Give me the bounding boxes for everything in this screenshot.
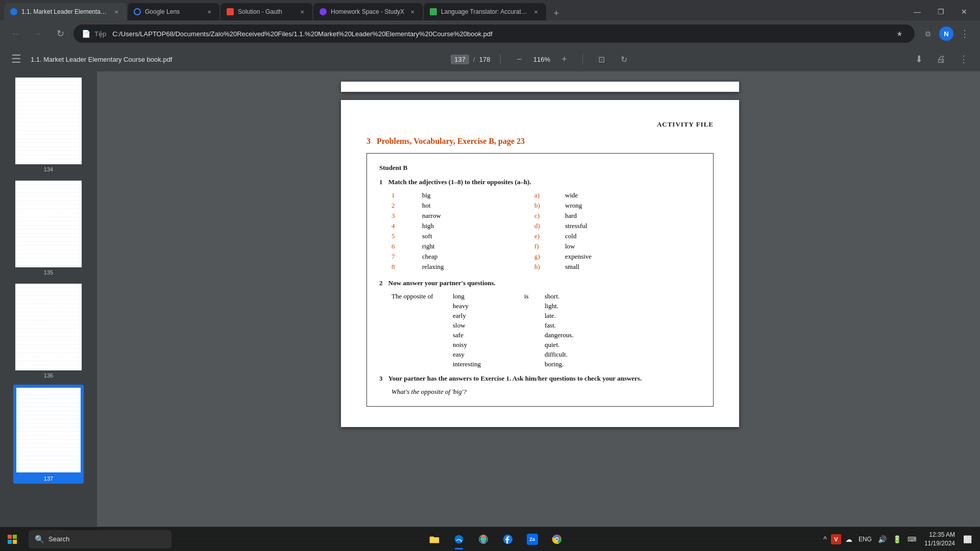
profile-button[interactable]: N (939, 27, 953, 41)
file-explorer-icon (429, 534, 440, 545)
fit-page-button[interactable]: ⊡ (593, 51, 609, 67)
ex3-instruction: Your partner has the answers to Exercise… (388, 374, 642, 382)
thumbnail-135[interactable]: 135 (13, 179, 84, 278)
browser-frame: 1.1. Market Leader Elementary ... ✕ Goog… (0, 0, 980, 551)
ex1-num: 1 (379, 178, 383, 186)
tab-1[interactable]: 1.1. Market Leader Elementary ... ✕ (4, 3, 127, 20)
tray-notifications-icon[interactable]: ⬜ (961, 533, 974, 545)
rotate-button[interactable]: ↻ (616, 51, 632, 67)
tab-1-close[interactable]: ✕ (112, 8, 120, 16)
ex2-instruction: Now answer your partner's questions. (388, 279, 496, 287)
back-button[interactable]: ← (6, 24, 24, 43)
pdf-page-input[interactable]: 137 (451, 55, 469, 64)
taskbar: 🔍 Search (0, 527, 980, 551)
pdf-menu-button[interactable]: ☰ (8, 51, 24, 67)
refresh-button[interactable]: ↻ (51, 24, 69, 43)
address-text: C:/Users/LAPTOP68/Documents/Zalo%20Recei… (112, 30, 888, 38)
tab-5-close[interactable]: ✕ (532, 8, 540, 16)
close-button[interactable]: ✕ (952, 3, 976, 20)
taskbar-edge[interactable] (448, 528, 470, 550)
pdf-print-button[interactable]: 🖨 (933, 51, 949, 67)
extensions-button[interactable]: ⧉ (919, 24, 937, 43)
vocab-ans-g: expensive (565, 253, 647, 261)
taskbar-search-box[interactable]: 🔍 Search (29, 530, 172, 548)
zalo-icon: Za (527, 534, 538, 545)
pdf-download-button[interactable]: ⬇ (911, 51, 927, 67)
svg-rect-2 (8, 540, 12, 544)
tab-4-favicon (320, 8, 327, 15)
vocab-letter-a: a) (534, 191, 565, 199)
minimize-button[interactable]: — (905, 3, 929, 20)
taskbar-zalo[interactable]: Za (521, 528, 544, 550)
vocab-word-7: cheap (422, 253, 504, 261)
opp-ans-fast: fast. (545, 321, 606, 330)
vocab-ans-a: wide (565, 191, 647, 199)
tray-lang-label[interactable]: ENG (856, 534, 874, 545)
tray-cloud-icon[interactable]: ☁ (843, 533, 854, 545)
opp-ans-difficult: difficult. (545, 350, 606, 359)
tab-5[interactable]: Language Translator: Accurate ... ✕ (424, 3, 546, 20)
bookmark-button[interactable]: ★ (892, 27, 906, 41)
exercise-2: 2 Now answer your partner's questions. T… (379, 279, 701, 368)
taskbar-colorful-app[interactable] (472, 528, 495, 550)
search-icon: 🔍 (35, 535, 44, 544)
tray-antivirus-icon[interactable]: V (831, 534, 841, 544)
student-b-label: Student B (379, 164, 701, 172)
vocab-num-5: 5 (391, 232, 422, 240)
thumbnail-137[interactable]: 137 (13, 385, 84, 484)
taskbar-clock[interactable]: 12:35 AM 11/19/2024 (920, 529, 959, 550)
tab-3-favicon (227, 8, 234, 15)
thumbnail-136-image (15, 284, 82, 370)
vocab-letter-g: g) (534, 253, 565, 261)
maximize-button[interactable]: ❐ (929, 3, 952, 20)
opp-word-slow: slow (453, 321, 524, 330)
more-button[interactable]: ⋮ (955, 24, 974, 43)
opp-prefix-2 (391, 302, 453, 310)
opp-prefix-3 (391, 312, 453, 320)
vocab-num-8: 8 (391, 263, 422, 271)
tab-2-close[interactable]: ✕ (205, 8, 213, 16)
start-button[interactable] (0, 527, 24, 552)
opp-prefix-5 (391, 331, 453, 339)
vocab-letter-b: b) (534, 202, 565, 210)
opp-row-noisy: noisy quiet. (391, 341, 701, 349)
vocab-word-6: right (422, 242, 504, 251)
vocab-word-4: high (422, 222, 504, 230)
svg-rect-0 (8, 535, 12, 539)
taskbar-facebook[interactable] (497, 528, 519, 550)
zoom-out-button[interactable]: − (511, 51, 527, 67)
windows-logo-icon (8, 535, 17, 544)
tab-1-title: 1.1. Market Leader Elementary ... (21, 8, 108, 15)
address-prefix: Tệp (94, 30, 106, 38)
vocab-ans-d: stressful (565, 222, 647, 230)
opp-row-safe: safe dangerous. (391, 331, 701, 339)
tray-chevron[interactable]: ^ (821, 533, 829, 545)
tab-5-favicon (430, 8, 437, 15)
address-bar[interactable]: 📄 Tệp C:/Users/LAPTOP68/Documents/Zalo%2… (74, 24, 915, 43)
tab-3[interactable]: Solution - Gauth ✕ (220, 3, 312, 20)
tray-speaker-icon[interactable]: 🔊 (876, 533, 889, 545)
toolbar-actions: ⧉ N ⋮ (919, 24, 974, 43)
tab-3-close[interactable]: ✕ (298, 8, 306, 16)
tab-2[interactable]: Google Lens ✕ (128, 3, 219, 20)
forward-button[interactable]: → (29, 24, 47, 43)
tray-keyboard-icon[interactable]: ⌨ (905, 534, 918, 545)
clock-time: 12:35 AM (924, 531, 955, 539)
opp-prefix-7 (391, 350, 453, 359)
tab-4[interactable]: Homework Space - StudyX ✕ (313, 3, 423, 20)
opp-word-interesting: interesting (453, 360, 524, 368)
thumbnail-134-image (15, 78, 82, 164)
thumbnail-134[interactable]: 134 (13, 76, 84, 174)
vocab-ans-f: low (565, 242, 647, 251)
pdf-more-button[interactable]: ⋮ (955, 51, 972, 67)
thumbnail-134-label: 134 (44, 166, 53, 172)
taskbar-file-explorer[interactable] (423, 528, 446, 550)
tray-battery-icon[interactable]: 🔋 (891, 533, 903, 545)
zoom-in-button[interactable]: + (556, 51, 572, 67)
thumbnail-136[interactable]: 136 (13, 282, 84, 381)
new-tab-button[interactable]: + (549, 6, 564, 20)
tab-4-close[interactable]: ✕ (408, 8, 416, 16)
taskbar-chrome[interactable] (546, 528, 568, 550)
opp-ans-dangerous: dangerous. (545, 331, 606, 339)
tab-bar: 1.1. Market Leader Elementary ... ✕ Goog… (0, 0, 980, 20)
